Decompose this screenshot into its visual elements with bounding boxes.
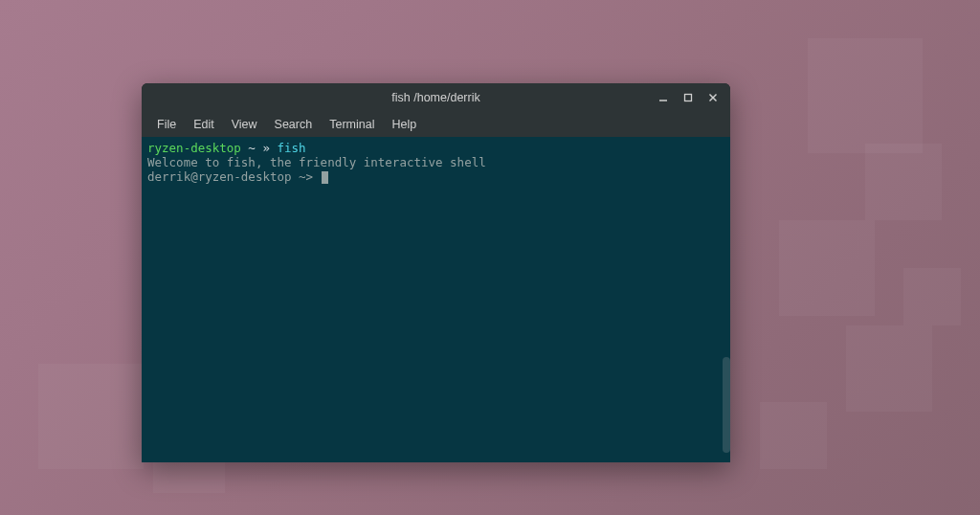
menu-view[interactable]: View xyxy=(224,115,265,134)
terminal-window: fish /home/derrik File Edit xyxy=(142,83,730,462)
fish-prompt: derrik@ryzen-desktop ~> xyxy=(147,169,321,184)
menu-terminal[interactable]: Terminal xyxy=(322,115,382,134)
menu-help[interactable]: Help xyxy=(384,115,424,134)
window-titlebar[interactable]: fish /home/derrik xyxy=(142,83,730,112)
maximize-icon xyxy=(683,93,693,102)
prompt-separator: ~ » xyxy=(241,141,278,155)
menu-search[interactable]: Search xyxy=(267,115,321,134)
terminal-line: ryzen-desktop ~ » fish xyxy=(147,141,724,155)
minimize-button[interactable] xyxy=(652,87,675,108)
terminal-line: Welcome to fish, the friendly interactiv… xyxy=(147,155,724,169)
terminal-content[interactable]: ryzen-desktop ~ » fish Welcome to fish, … xyxy=(142,137,730,462)
scrollbar[interactable] xyxy=(723,357,730,453)
window-title: fish /home/derrik xyxy=(391,91,479,104)
minimize-icon xyxy=(658,93,668,102)
command-text: fish xyxy=(277,141,305,155)
svg-rect-1 xyxy=(685,95,692,101)
maximize-button[interactable] xyxy=(677,87,700,108)
menubar: File Edit View Search Terminal Help xyxy=(142,112,730,137)
cursor xyxy=(322,171,328,184)
close-button[interactable] xyxy=(702,87,724,108)
prompt-host: ryzen-desktop xyxy=(147,141,241,155)
close-icon xyxy=(708,93,718,102)
menu-file[interactable]: File xyxy=(149,115,184,134)
terminal-line: derrik@ryzen-desktop ~> xyxy=(147,169,724,184)
menu-edit[interactable]: Edit xyxy=(186,115,222,134)
window-controls xyxy=(652,83,724,112)
